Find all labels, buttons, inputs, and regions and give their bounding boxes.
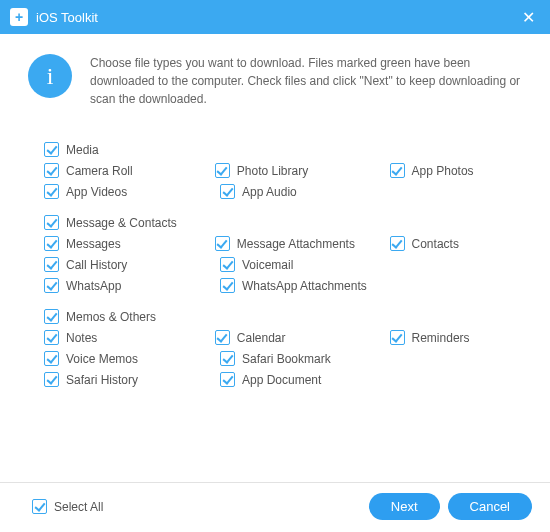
file-type-row: Safari HistoryApp Document bbox=[44, 372, 506, 387]
file-type-item[interactable]: App Photos bbox=[390, 163, 506, 178]
file-type-item[interactable]: Photo Library bbox=[215, 163, 390, 178]
file-type-label: App Document bbox=[242, 373, 321, 387]
file-type-label: Notes bbox=[66, 331, 97, 345]
checkbox[interactable] bbox=[390, 236, 405, 251]
file-type-item[interactable]: Message Attachments bbox=[215, 236, 390, 251]
file-type-label: Messages bbox=[66, 237, 121, 251]
file-type-item[interactable]: Messages bbox=[44, 236, 215, 251]
checkbox[interactable] bbox=[44, 372, 59, 387]
file-type-label: Call History bbox=[66, 258, 127, 272]
file-type-label: Calendar bbox=[237, 331, 286, 345]
file-type-item[interactable]: WhatsApp bbox=[44, 278, 220, 293]
group-header[interactable]: Memos & Others bbox=[44, 309, 506, 324]
checkbox[interactable] bbox=[44, 351, 59, 366]
file-type-item[interactable]: App Document bbox=[220, 372, 400, 387]
select-all-label: Select All bbox=[54, 500, 103, 514]
file-type-label: Safari Bookmark bbox=[242, 352, 331, 366]
file-type-item[interactable]: Notes bbox=[44, 330, 215, 345]
info-text: Choose file types you want to download. … bbox=[90, 54, 522, 108]
checkbox[interactable] bbox=[220, 372, 235, 387]
file-type-group: MediaCamera RollPhoto LibraryApp PhotosA… bbox=[44, 142, 506, 199]
file-type-row: WhatsAppWhatsApp Attachments bbox=[44, 278, 506, 293]
group-header[interactable]: Message & Contacts bbox=[44, 215, 506, 230]
file-type-label: WhatsApp Attachments bbox=[242, 279, 367, 293]
file-type-item[interactable]: Safari History bbox=[44, 372, 220, 387]
file-type-label: Safari History bbox=[66, 373, 138, 387]
file-type-item[interactable]: WhatsApp Attachments bbox=[220, 278, 400, 293]
file-type-label: Contacts bbox=[412, 237, 459, 251]
file-type-item[interactable]: Camera Roll bbox=[44, 163, 215, 178]
file-type-label: Camera Roll bbox=[66, 164, 133, 178]
close-icon[interactable]: ✕ bbox=[516, 8, 540, 27]
file-type-item[interactable]: Reminders bbox=[390, 330, 506, 345]
select-all-row[interactable]: Select All bbox=[32, 499, 103, 514]
checkbox[interactable] bbox=[220, 184, 235, 199]
group-label: Memos & Others bbox=[66, 310, 156, 324]
app-icon: + bbox=[10, 8, 28, 26]
next-button[interactable]: Next bbox=[369, 493, 440, 520]
checkbox[interactable] bbox=[220, 351, 235, 366]
file-type-label: Voice Memos bbox=[66, 352, 138, 366]
group-label: Message & Contacts bbox=[66, 216, 177, 230]
file-type-row: Voice MemosSafari Bookmark bbox=[44, 351, 506, 366]
file-type-item[interactable]: Calendar bbox=[215, 330, 390, 345]
checkbox[interactable] bbox=[215, 163, 230, 178]
file-type-row: MessagesMessage AttachmentsContacts bbox=[44, 236, 506, 251]
file-type-label: App Videos bbox=[66, 185, 127, 199]
checkbox[interactable] bbox=[44, 257, 59, 272]
checkbox[interactable] bbox=[215, 236, 230, 251]
file-type-item[interactable]: App Videos bbox=[44, 184, 220, 199]
file-type-label: App Photos bbox=[412, 164, 474, 178]
checkbox[interactable] bbox=[44, 278, 59, 293]
checkbox[interactable] bbox=[215, 330, 230, 345]
checkbox[interactable] bbox=[390, 330, 405, 345]
file-type-label: Message Attachments bbox=[237, 237, 355, 251]
cancel-button[interactable]: Cancel bbox=[448, 493, 532, 520]
file-type-item[interactable]: Safari Bookmark bbox=[220, 351, 400, 366]
file-type-list: MediaCamera RollPhoto LibraryApp PhotosA… bbox=[0, 118, 550, 387]
file-type-label: Reminders bbox=[412, 331, 470, 345]
file-type-label: Voicemail bbox=[242, 258, 293, 272]
file-type-group: Message & ContactsMessagesMessage Attach… bbox=[44, 215, 506, 293]
file-type-row: NotesCalendarReminders bbox=[44, 330, 506, 345]
file-type-item[interactable]: App Audio bbox=[220, 184, 400, 199]
file-type-row: Camera RollPhoto LibraryApp Photos bbox=[44, 163, 506, 178]
checkbox[interactable] bbox=[44, 184, 59, 199]
titlebar: + iOS Toolkit ✕ bbox=[0, 0, 550, 34]
file-type-label: WhatsApp bbox=[66, 279, 121, 293]
checkbox-select-all[interactable] bbox=[32, 499, 47, 514]
checkbox[interactable] bbox=[390, 163, 405, 178]
group-header[interactable]: Media bbox=[44, 142, 506, 157]
checkbox[interactable] bbox=[44, 142, 59, 157]
file-type-item[interactable]: Contacts bbox=[390, 236, 506, 251]
checkbox[interactable] bbox=[44, 236, 59, 251]
checkbox[interactable] bbox=[44, 215, 59, 230]
file-type-label: Photo Library bbox=[237, 164, 308, 178]
checkbox[interactable] bbox=[44, 163, 59, 178]
file-type-item[interactable]: Voicemail bbox=[220, 257, 400, 272]
footer: Select All Next Cancel bbox=[0, 482, 550, 532]
checkbox[interactable] bbox=[44, 309, 59, 324]
file-type-group: Memos & OthersNotesCalendarRemindersVoic… bbox=[44, 309, 506, 387]
file-type-row: App VideosApp Audio bbox=[44, 184, 506, 199]
checkbox[interactable] bbox=[44, 330, 59, 345]
app-title: iOS Toolkit bbox=[36, 10, 98, 25]
file-type-label: App Audio bbox=[242, 185, 297, 199]
file-type-item[interactable]: Call History bbox=[44, 257, 220, 272]
checkbox[interactable] bbox=[220, 278, 235, 293]
file-type-item[interactable]: Voice Memos bbox=[44, 351, 220, 366]
group-label: Media bbox=[66, 143, 99, 157]
checkbox[interactable] bbox=[220, 257, 235, 272]
info-icon: i bbox=[28, 54, 72, 98]
info-banner: i Choose file types you want to download… bbox=[0, 34, 550, 118]
file-type-row: Call HistoryVoicemail bbox=[44, 257, 506, 272]
